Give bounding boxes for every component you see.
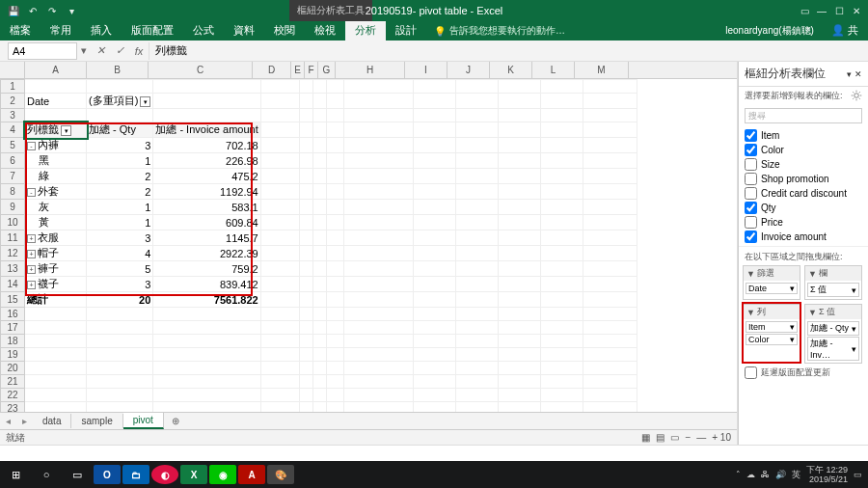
cell[interactable]: 總計 [25,292,87,308]
filter-dropdown-icon[interactable]: ▾ [140,96,150,107]
grid-body[interactable]: 12Date(多重項目)▾34列標籤▾加總 - Qty加總 - Invoice … [0,79,737,412]
filter-dropdown-icon[interactable]: ▾ [61,125,71,136]
col-header[interactable]: A [25,62,87,78]
view-page-icon[interactable]: ▤ [656,432,665,443]
cell[interactable]: +襪子 [25,277,87,292]
zone-item[interactable]: Item▾ [746,321,798,333]
field-shop-promotion[interactable]: Shop promotion [743,172,864,186]
qat-dropdown-icon[interactable]: ▾ [66,5,77,16]
fx-icon[interactable]: fx [129,45,149,57]
zoom-level[interactable]: + 10 [712,432,731,443]
ribbon-tab-檔案[interactable]: 檔案 [0,20,41,41]
row-header[interactable]: 14 [1,277,25,292]
chevron-down-icon[interactable]: ▾ [852,324,856,334]
close-icon[interactable]: ✕ [851,5,862,16]
cell[interactable]: 475.2 [153,169,260,184]
field-price[interactable]: Price [743,215,864,230]
field-checkbox[interactable] [745,173,757,185]
excel-app-icon[interactable]: X [180,465,207,484]
ribbon-options-icon[interactable]: ▭ [799,5,810,16]
zone-item[interactable]: Color▾ [746,334,798,345]
cell[interactable]: 2 [87,184,153,200]
cell[interactable]: 7561.822 [153,292,260,308]
ribbon-tab-檢視[interactable]: 檢視 [305,20,345,41]
chevron-down-icon[interactable]: ▾ [852,344,856,354]
row-header[interactable]: 5 [1,138,25,153]
chevron-down-icon[interactable]: ▾ [790,284,795,293]
cell[interactable]: +衣服 [25,230,87,246]
cell[interactable]: 3 [87,230,153,246]
tray-clock[interactable]: 下午 12:29 2019/5/21 [806,465,848,484]
tab-scroll-left-icon[interactable]: ◂ [0,416,16,426]
cell[interactable]: 5 [87,261,153,277]
cell[interactable]: 609.84 [153,215,260,230]
tell-me[interactable]: 💡告訴我您想要執行的動作… [426,21,573,41]
tray-ime[interactable]: 英 [792,469,800,481]
col-header[interactable]: D [253,62,291,78]
col-header[interactable]: E [291,62,305,78]
field-checkbox[interactable] [745,202,757,214]
zone-item[interactable]: 加總 - Inv…▾ [807,337,859,361]
col-header[interactable]: L [532,62,575,78]
zone-item[interactable]: Date▾ [746,283,798,294]
field-item[interactable]: Item [743,128,864,143]
row-header[interactable]: 11 [1,230,25,246]
ribbon-tab-分析[interactable]: 分析 [345,20,386,41]
tray-cloud-icon[interactable]: ☁ [746,470,755,479]
explorer-app-icon[interactable]: 🗀 [122,465,149,484]
cell[interactable]: 1 [87,200,153,215]
ribbon-tab-資料[interactable]: 資料 [224,20,264,41]
name-box-dropdown-icon[interactable]: ▾ [77,44,91,57]
maximize-icon[interactable]: ☐ [833,5,845,16]
cell[interactable]: 583.1 [153,200,260,215]
tab-scroll-right-icon[interactable]: ▸ [16,416,33,426]
chevron-down-icon[interactable]: ▾ [852,285,856,295]
expand-icon[interactable]: + [27,281,36,289]
account-name[interactable]: leonardyang(楊鎮聰) [718,21,822,41]
acrobat-app-icon[interactable]: A [238,465,265,484]
cell[interactable]: 黃 [25,215,87,230]
view-break-icon[interactable]: ▭ [670,432,679,443]
share-button[interactable]: 👤 共 [822,20,868,41]
cell[interactable]: 839.412 [153,277,260,292]
row-header[interactable]: 20 [1,362,25,375]
zone-columns[interactable]: ▼欄Σ 值▾ [804,265,862,300]
expand-icon[interactable]: + [27,250,36,258]
paint-app-icon[interactable]: 🎨 [267,465,294,484]
cell[interactable]: 702.18 [153,138,260,153]
col-header[interactable]: M [575,62,629,78]
tray-up-icon[interactable]: ˄ [736,470,741,479]
tray-volume-icon[interactable]: 🔊 [775,470,786,479]
expand-icon[interactable]: + [27,234,36,243]
field-checkbox[interactable] [745,144,757,156]
chevron-down-icon[interactable]: ▾ [790,322,795,332]
ribbon-tab-校閱[interactable]: 校閱 [264,20,305,41]
row-header[interactable]: 19 [1,348,25,362]
row-header[interactable]: 21 [1,375,25,389]
sheet-tab-sample[interactable]: sample [71,414,122,428]
sheet-tab-data[interactable]: data [33,414,71,428]
row-header[interactable]: 12 [1,246,25,261]
name-box[interactable]: A4 [8,42,77,60]
ribbon-tab-設計[interactable]: 設計 [386,20,426,41]
ribbon-tab-公式[interactable]: 公式 [183,20,224,41]
cell[interactable]: 加總 - Qty [87,122,153,138]
field-invoice-amount[interactable]: Invoice amount [743,230,864,244]
cell[interactable]: 1 [87,215,153,230]
zone-item[interactable]: Σ 值▾ [807,283,859,297]
formula-bar[interactable]: 列標籤 [149,42,868,60]
field-credit-card-discount[interactable]: Credit card discount [743,186,864,201]
line-app-icon[interactable]: ◉ [209,465,236,484]
row-header[interactable]: 7 [1,169,25,184]
expand-icon[interactable]: - [27,142,36,150]
zoom-slider[interactable]: — [696,432,706,443]
expand-icon[interactable]: + [27,265,36,274]
tray-network-icon[interactable]: 🖧 [761,470,770,479]
row-header[interactable]: 9 [1,200,25,215]
row-header[interactable]: 1 [1,80,25,94]
cell[interactable]: 226.98 [153,153,260,169]
cancel-formula-icon[interactable]: ✕ [91,44,110,57]
cell[interactable]: 列標籤▾ [25,122,87,138]
cell[interactable]: 4 [87,246,153,261]
row-header[interactable]: 8 [1,184,25,200]
